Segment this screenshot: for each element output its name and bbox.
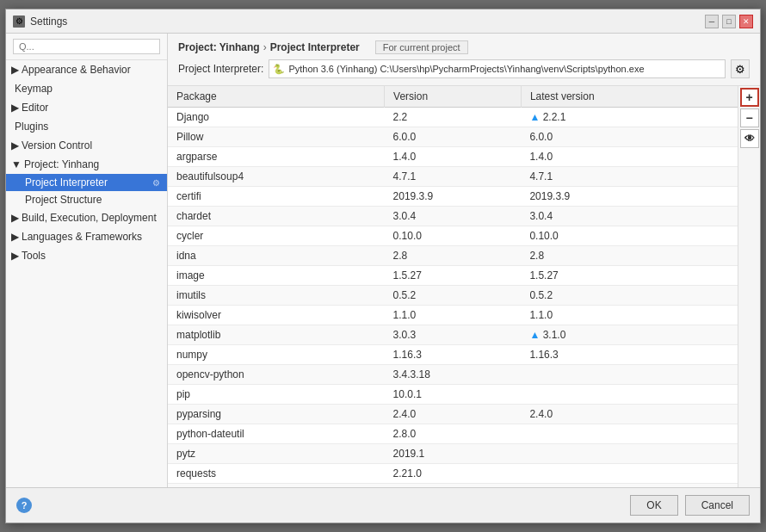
- arrow-icon: ▶: [11, 250, 19, 262]
- interpreter-select[interactable]: 🐍 Python 3.6 (Yinhang) C:\Users\hp\Pycha…: [269, 59, 726, 78]
- sidebar-item-version-control[interactable]: ▶ Version Control: [6, 136, 167, 155]
- package-version: 2.2: [385, 108, 522, 127]
- breadcrumb-separator: ›: [263, 41, 267, 53]
- main-area: Project: Yinhang › Project Interpreter F…: [168, 34, 760, 487]
- python-icon: 🐍: [273, 64, 285, 75]
- package-latest: 0.5.2: [521, 286, 738, 306]
- package-version: 1.1.0: [385, 306, 522, 325]
- sidebar-label-project-interpreter: Project Interpreter: [25, 176, 108, 189]
- breadcrumb-project: Project: Yinhang: [178, 41, 260, 53]
- table-row[interactable]: imutils0.5.20.5.2: [168, 286, 738, 306]
- table-row[interactable]: kiwisolver1.1.01.1.0: [168, 306, 738, 325]
- package-latest: 0.10.0: [521, 226, 738, 246]
- table-row[interactable]: pyparsing2.4.02.4.0: [168, 405, 738, 424]
- table-row[interactable]: pytz2019.1: [168, 444, 738, 464]
- package-version: 1.16.3: [385, 345, 522, 365]
- package-latest: 6.0.0: [521, 127, 738, 147]
- window-controls: ─ □ ✕: [705, 15, 753, 28]
- package-name: imutils: [168, 286, 385, 306]
- packages-table-container[interactable]: Package Version Latest version Django2.2…: [168, 86, 738, 487]
- table-row[interactable]: chardet3.0.43.0.4: [168, 207, 738, 226]
- table-row[interactable]: argparse1.4.01.4.0: [168, 147, 738, 167]
- interpreter-gear-button[interactable]: ⚙: [731, 59, 750, 78]
- maximize-button[interactable]: □: [722, 15, 736, 28]
- sidebar-item-appearance[interactable]: ▶ Appearance & Behavior: [6, 60, 167, 79]
- footer: ? OK Cancel: [6, 487, 760, 523]
- ok-button[interactable]: OK: [630, 495, 677, 516]
- sidebar-item-tools[interactable]: ▶ Tools: [6, 246, 167, 265]
- package-version: 1.4.0: [385, 147, 522, 167]
- package-name: cycler: [168, 226, 385, 246]
- table-row[interactable]: image1.5.271.5.27: [168, 266, 738, 286]
- table-row[interactable]: beautifulsoup44.7.14.7.1: [168, 167, 738, 187]
- package-name: pip: [168, 385, 385, 405]
- package-name: beautifulsoup4: [168, 167, 385, 187]
- package-version: 2.8.0: [385, 424, 522, 444]
- table-row[interactable]: requests2.21.0: [168, 464, 738, 484]
- sidebar-label-appearance: Appearance & Behavior: [22, 64, 131, 76]
- package-version: 1.5.27: [385, 266, 522, 286]
- search-input[interactable]: [13, 39, 160, 54]
- arrow-icon: ▶: [11, 231, 19, 243]
- footer-right: OK Cancel: [630, 495, 750, 516]
- package-name: Pillow: [168, 127, 385, 147]
- package-latest: [521, 424, 738, 444]
- sidebar-item-project-yinhang[interactable]: ▼ Project: Yinhang: [6, 155, 167, 174]
- sidebar-item-languages[interactable]: ▶ Languages & Frameworks: [6, 227, 167, 246]
- table-row[interactable]: opencv-python3.4.3.18: [168, 365, 738, 385]
- package-name: opencv-python: [168, 365, 385, 385]
- package-latest: [521, 464, 738, 484]
- content-area: ▶ Appearance & Behavior Keymap ▶ Editor …: [6, 34, 760, 487]
- sidebar-item-editor[interactable]: ▶ Editor: [6, 98, 167, 117]
- settings-window: ⚙ Settings ─ □ ✕ ▶ Appearance & Behavior…: [5, 9, 761, 523]
- sidebar-label-keymap: Keymap: [15, 83, 53, 95]
- table-row[interactable]: idna2.82.8: [168, 246, 738, 266]
- table-header-row: Package Version Latest version: [168, 86, 738, 108]
- table-row[interactable]: cycler0.10.00.10.0: [168, 226, 738, 246]
- packages-table: Package Version Latest version Django2.2…: [168, 86, 738, 487]
- sidebar-item-plugins[interactable]: Plugins: [6, 117, 167, 136]
- add-package-button[interactable]: +: [740, 88, 759, 107]
- package-name: argparse: [168, 147, 385, 167]
- help-button[interactable]: ?: [16, 498, 32, 513]
- arrow-icon: ▶: [11, 212, 19, 224]
- package-latest: 1.4.0: [521, 147, 738, 167]
- interpreter-row: Project Interpreter: 🐍 Python 3.6 (Yinha…: [178, 59, 750, 78]
- package-latest: ▲ 2.2.1: [521, 108, 738, 127]
- table-row[interactable]: setuptools39.1.0: [168, 484, 738, 488]
- package-version: 2.21.0: [385, 464, 522, 484]
- table-row[interactable]: matplotlib3.0.3▲ 3.1.0: [168, 325, 738, 345]
- package-latest: 1.5.27: [521, 266, 738, 286]
- eye-button[interactable]: 👁: [740, 129, 759, 148]
- arrow-icon: ▶: [11, 102, 19, 114]
- sidebar-item-keymap[interactable]: Keymap: [6, 79, 167, 98]
- package-name: matplotlib: [168, 325, 385, 345]
- package-version: 2019.1: [385, 444, 522, 464]
- sidebar-item-project-structure[interactable]: Project Structure: [6, 191, 167, 208]
- package-latest: [521, 385, 738, 405]
- package-version: 2.8: [385, 246, 522, 266]
- sidebar-label-tools: Tools: [22, 250, 46, 262]
- package-latest: 2019.3.9: [521, 187, 738, 207]
- table-row[interactable]: Django2.2▲ 2.2.1: [168, 108, 738, 127]
- package-version: 0.5.2: [385, 286, 522, 306]
- package-name: idna: [168, 246, 385, 266]
- remove-package-button[interactable]: −: [740, 108, 759, 127]
- main-header: Project: Yinhang › Project Interpreter F…: [168, 34, 760, 86]
- minimize-button[interactable]: ─: [705, 15, 719, 28]
- title-bar: ⚙ Settings ─ □ ✕: [6, 9, 760, 34]
- sidebar-item-build-execution[interactable]: ▶ Build, Execution, Deployment: [6, 208, 167, 227]
- for-current-project-tab[interactable]: For current project: [375, 40, 468, 54]
- table-row[interactable]: numpy1.16.31.16.3: [168, 345, 738, 365]
- cancel-button[interactable]: Cancel: [685, 495, 750, 516]
- table-row[interactable]: pip10.0.1: [168, 385, 738, 405]
- sidebar-item-project-interpreter[interactable]: Project Interpreter ⚙: [6, 174, 167, 191]
- table-row[interactable]: certifi2019.3.92019.3.9: [168, 187, 738, 207]
- close-button[interactable]: ✕: [739, 15, 753, 28]
- sidebar: ▶ Appearance & Behavior Keymap ▶ Editor …: [6, 34, 168, 487]
- table-row[interactable]: python-dateutil2.8.0: [168, 424, 738, 444]
- settings-icon: ⚙: [13, 15, 25, 28]
- package-version: 3.0.4: [385, 207, 522, 226]
- package-name: image: [168, 266, 385, 286]
- table-row[interactable]: Pillow6.0.06.0.0: [168, 127, 738, 147]
